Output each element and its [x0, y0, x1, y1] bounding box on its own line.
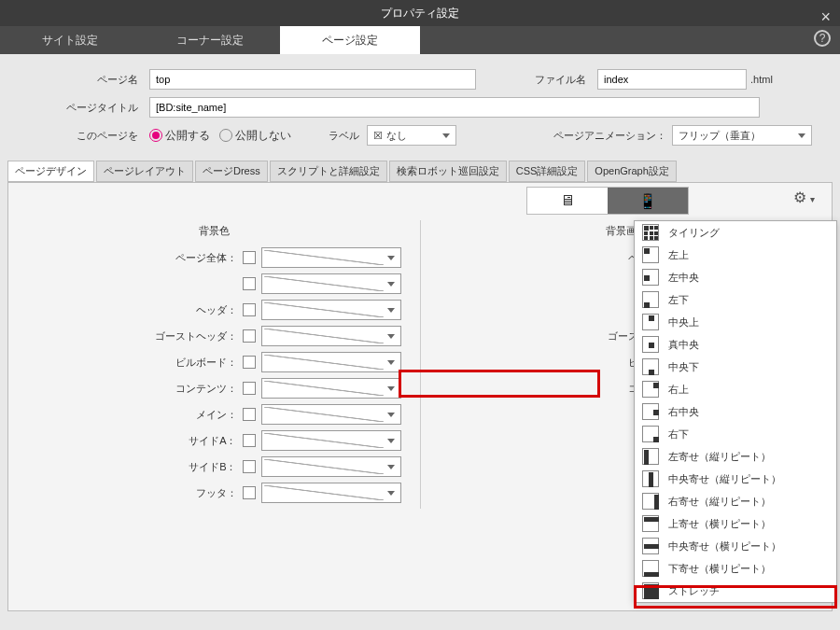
- tab-site[interactable]: サイト設定: [0, 26, 140, 54]
- gear-icon[interactable]: ⚙ ▾: [793, 189, 815, 206]
- menu-label: 中央寄せ（横リピート）: [668, 539, 781, 553]
- tile-pattern-icon: [642, 426, 659, 442]
- row-label: サイドB：: [153, 460, 237, 474]
- checkbox[interactable]: [243, 382, 256, 395]
- close-icon[interactable]: ×: [820, 4, 831, 30]
- menu-label: 下寄せ（横リピート）: [668, 562, 771, 576]
- label-page-title: ページタイトル: [28, 101, 149, 115]
- radio-publish[interactable]: 公開する: [149, 128, 210, 144]
- color-dropdown[interactable]: [261, 456, 401, 477]
- subtab-robot[interactable]: 検索ロボット巡回設定: [389, 161, 507, 182]
- menu-item[interactable]: 下寄せ（横リピート）: [635, 557, 836, 580]
- input-page-title[interactable]: [149, 97, 760, 118]
- label-anim: ページアニメーション：: [553, 129, 666, 143]
- file-ext: .html: [747, 74, 773, 85]
- checkbox[interactable]: [243, 408, 256, 421]
- menu-item[interactable]: 右中央: [635, 400, 836, 423]
- tile-pattern-icon: [642, 560, 659, 577]
- tile-pattern-icon: [642, 470, 659, 487]
- menu-item[interactable]: 中央寄せ（縦リピート）: [635, 468, 836, 490]
- menu-item[interactable]: ストレッチ: [635, 580, 836, 602]
- radio-nopublish[interactable]: 公開しない: [219, 128, 291, 144]
- subtab-design[interactable]: ページデザイン: [7, 161, 94, 182]
- color-dropdown[interactable]: [261, 326, 401, 346]
- menu-label: 右上: [668, 383, 689, 397]
- subtab-og[interactable]: OpenGraph設定: [587, 161, 676, 182]
- color-dropdown[interactable]: [261, 300, 401, 320]
- menu-label: 左下: [668, 293, 689, 307]
- tile-pattern-icon: [642, 538, 659, 554]
- input-file-name[interactable]: [597, 69, 747, 90]
- menu-item[interactable]: 中央上: [635, 311, 836, 333]
- subtab-layout[interactable]: ページレイアウト: [96, 161, 193, 182]
- row-label: サイドA：: [153, 434, 237, 448]
- checkbox[interactable]: [243, 251, 256, 264]
- input-page-name[interactable]: [149, 69, 476, 90]
- label-file-name: ファイル名: [476, 73, 597, 87]
- checkbox[interactable]: [243, 303, 256, 316]
- tile-pattern-icon: [642, 403, 659, 420]
- checkbox[interactable]: [243, 277, 256, 290]
- menu-item[interactable]: 左中央: [635, 266, 836, 288]
- color-dropdown[interactable]: [261, 483, 401, 503]
- subtab-css[interactable]: CSS詳細設定: [509, 161, 586, 182]
- menu-item[interactable]: 中央下: [635, 356, 836, 378]
- menu-item[interactable]: 上寄せ（横リピート）: [635, 512, 836, 535]
- color-dropdown[interactable]: [261, 247, 401, 268]
- checkbox[interactable]: [243, 329, 256, 343]
- menu-item[interactable]: 右寄せ（縦リピート）: [635, 490, 836, 512]
- sub-tabs: ページデザイン ページレイアウト ページDress スクリプトと詳細設定 検索ロ…: [0, 161, 840, 182]
- color-dropdown[interactable]: [261, 430, 401, 451]
- subtab-script[interactable]: スクリプトと詳細設定: [270, 161, 387, 182]
- tab-page[interactable]: ページ設定: [280, 26, 420, 54]
- checkbox[interactable]: [243, 434, 256, 447]
- row-label: ゴーストヘッダ：: [153, 329, 237, 343]
- color-dropdown[interactable]: [261, 352, 401, 372]
- select-label[interactable]: ☒なし: [367, 125, 456, 146]
- help-icon[interactable]: ?: [814, 30, 831, 47]
- menu-label: ストレッチ: [668, 584, 720, 598]
- menu-label: 真中央: [668, 338, 699, 352]
- menu-label: 中央下: [668, 360, 699, 374]
- label-publish: このページを: [28, 129, 149, 143]
- label-label: ラベル: [329, 129, 359, 143]
- menu-label: 左上: [668, 248, 689, 262]
- menu-label: 右寄せ（縦リピート）: [668, 495, 771, 509]
- device-pc[interactable]: 🖥: [527, 188, 608, 214]
- checkbox[interactable]: [243, 460, 256, 473]
- tab-corner[interactable]: コーナー設定: [140, 26, 280, 54]
- tile-pattern-icon: [642, 493, 659, 510]
- menu-item[interactable]: 真中央: [635, 333, 836, 356]
- menu-item[interactable]: 中央寄せ（横リピート）: [635, 535, 836, 557]
- device-mobile[interactable]: 📱: [608, 188, 688, 214]
- color-dropdown[interactable]: [261, 404, 401, 425]
- menu-item[interactable]: 左下: [635, 288, 836, 311]
- select-anim[interactable]: フリップ（垂直）: [672, 125, 812, 146]
- menu-item[interactable]: 左上: [635, 244, 836, 266]
- menu-item[interactable]: 右上: [635, 378, 836, 400]
- tile-pattern-icon: [642, 358, 659, 375]
- main-tabs: サイト設定 コーナー設定 ページ設定: [0, 26, 840, 54]
- row-label: フッタ：: [153, 486, 237, 500]
- checkbox[interactable]: [243, 486, 256, 499]
- row-label: メイン：: [153, 408, 237, 422]
- tile-pattern-icon: [642, 291, 659, 308]
- tile-pattern-icon: [642, 381, 659, 398]
- tile-pattern-icon: [642, 515, 659, 532]
- row-label: ビルボード：: [153, 356, 237, 370]
- menu-item[interactable]: 左寄せ（縦リピート）: [635, 445, 836, 468]
- device-tabs: 🖥 📱: [526, 187, 689, 215]
- subtab-dress[interactable]: ページDress: [195, 161, 268, 182]
- menu-label: 左寄せ（縦リピート）: [668, 450, 771, 464]
- color-dropdown[interactable]: [261, 378, 401, 399]
- menu-label: 右下: [668, 427, 689, 441]
- menu-item[interactable]: タイリング: [635, 221, 836, 244]
- tile-pattern-icon: [642, 246, 659, 263]
- menu-item[interactable]: 右下: [635, 423, 836, 445]
- checkbox[interactable]: [243, 356, 256, 369]
- color-dropdown[interactable]: [261, 273, 401, 294]
- menu-label: 上寄せ（横リピート）: [668, 517, 771, 531]
- row-label: コンテンツ：: [153, 382, 237, 396]
- tile-pattern-icon: [642, 582, 659, 599]
- tile-menu: タイリング左上左中央左下中央上真中央中央下右上右中央右下左寄せ（縦リピート）中央…: [634, 220, 837, 603]
